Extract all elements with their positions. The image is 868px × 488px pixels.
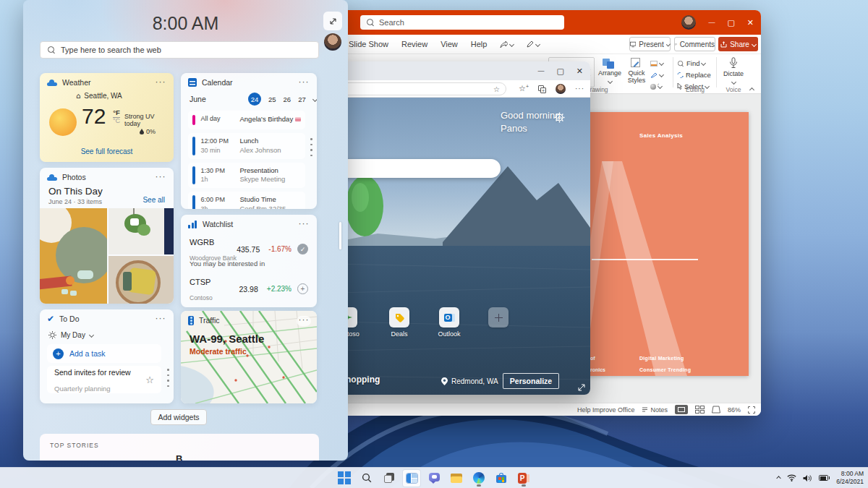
drawing-dialog-launcher[interactable]: ⌟ — [657, 80, 659, 86]
maximize-button[interactable]: ▢ — [556, 67, 563, 76]
show-hidden-icons-chevron[interactable] — [776, 476, 780, 480]
widget-menu-button[interactable]: ··· — [297, 316, 311, 326]
favorites-star-icon[interactable]: ☆ — [493, 85, 500, 93]
wifi-icon[interactable] — [787, 474, 796, 481]
widgets-search-bar[interactable]: Type here to search the web — [40, 41, 319, 59]
user-avatar[interactable] — [324, 33, 341, 51]
powerpoint-search-box[interactable]: Search — [360, 15, 564, 30]
minimize-button[interactable]: — — [708, 19, 715, 26]
battery-icon[interactable] — [819, 475, 830, 481]
minimize-button[interactable]: — — [537, 67, 544, 74]
normal-view-button[interactable] — [675, 405, 688, 414]
calendar-event[interactable]: 12:00 PM30 min LunchAlex Johnson — [188, 133, 305, 159]
expand-widgets-button[interactable] — [323, 12, 342, 30]
notes-button[interactable]: Notes — [642, 406, 668, 414]
add-to-watchlist-icon[interactable]: + — [297, 283, 308, 294]
page-settings-gear-icon[interactable] — [554, 112, 565, 123]
tab-view[interactable]: View — [441, 40, 458, 48]
dictate-button[interactable]: Dictate — [719, 57, 748, 85]
taskbar-chat-button[interactable] — [425, 469, 443, 487]
calendar-event[interactable]: 6:00 PM3h Studio TimeConf Rm 32/35 — [188, 192, 305, 209]
share-feedback-icon[interactable] — [500, 40, 514, 48]
add-widgets-button[interactable]: Add widgets — [150, 409, 207, 425]
unit-toggle[interactable]: °F °C — [113, 109, 120, 125]
photos-widget[interactable]: Photos ··· On This Day June 24 · 33 item… — [40, 168, 174, 304]
zoom-level[interactable]: 86% — [728, 406, 741, 414]
help-improve-office-link[interactable]: Help Improve Office — [577, 406, 634, 414]
collections-icon[interactable]: + — [538, 85, 546, 93]
tab-review[interactable]: Review — [401, 40, 427, 48]
shortcut-tile-deals[interactable] — [389, 307, 409, 328]
tab-slide-show[interactable]: Slide Show — [349, 40, 388, 48]
weather-widget[interactable]: Weather ··· ⌂ Seattle, WA 72 °F °C Stron… — [40, 73, 174, 162]
stock-row[interactable]: CTSPContoso 23.98 +2.23% + — [190, 274, 308, 304]
photo-thumbnail[interactable] — [109, 256, 174, 304]
widget-menu-button[interactable]: ··· — [297, 220, 311, 230]
widget-menu-button[interactable]: ··· — [297, 78, 311, 88]
arrange-button[interactable]: Arrange — [597, 58, 623, 85]
taskbar-task-view-button[interactable] — [380, 469, 399, 487]
resize-handle-icon[interactable] — [578, 384, 585, 391]
weather-location[interactable]: Redmond, WA — [441, 377, 498, 385]
photo-thumbnail[interactable] — [109, 208, 174, 254]
widget-menu-button[interactable]: ··· — [153, 78, 168, 88]
add-task-button[interactable]: + Add a task — [47, 344, 161, 363]
replace-button[interactable]: Replace — [677, 70, 713, 80]
calendar-event[interactable]: All day Angela's Birthday — [188, 111, 305, 129]
quick-styles-button[interactable]: Quick Styles — [624, 58, 649, 85]
list-selector[interactable]: My Day — [48, 331, 93, 339]
date-option[interactable]: 27 — [298, 95, 306, 103]
comments-button[interactable]: Comments — [674, 37, 715, 51]
share-button[interactable]: Share — [718, 37, 758, 51]
calendar-widget[interactable]: Calendar ··· June 24 25 26 27 All day An… — [181, 73, 317, 209]
scroll-indicator[interactable] — [310, 138, 312, 156]
fit-slide-icon[interactable] — [748, 406, 755, 414]
tab-help[interactable]: Help — [471, 40, 488, 48]
account-avatar[interactable] — [681, 15, 696, 30]
added-check-icon[interactable]: ✓ — [297, 244, 308, 254]
date-option[interactable]: 26 — [284, 95, 292, 103]
panel-scrollbar[interactable] — [339, 222, 341, 249]
slideshow-view-button[interactable] — [712, 406, 720, 414]
present-button[interactable]: Present — [629, 37, 671, 51]
add-shortcut-tile[interactable] — [488, 307, 509, 328]
web-search-bar[interactable] — [334, 159, 501, 178]
close-button[interactable]: ✕ — [576, 67, 583, 76]
close-button[interactable]: ✕ — [747, 18, 754, 27]
maximize-button[interactable]: ▢ — [727, 18, 734, 27]
settings-menu-icon[interactable]: ··· — [575, 85, 584, 93]
watchlist-widget[interactable]: Watchlist ··· WGRBWoodgrove Bank 435.75 … — [181, 215, 317, 307]
task-row[interactable]: Send invites for reviewQuarterly plannin… — [47, 366, 161, 393]
widget-menu-button[interactable]: ··· — [153, 314, 168, 325]
shape-outline-button[interactable] — [650, 70, 669, 80]
calendar-event[interactable]: 1:30 PM1h PresentationSkype Meeting — [188, 163, 305, 189]
celsius-label[interactable]: °C — [113, 118, 120, 125]
find-button[interactable]: Find — [677, 59, 713, 68]
slide[interactable]: Sales Analysis of ronics Digital Marketi… — [564, 112, 749, 376]
taskbar-search-button[interactable] — [357, 469, 376, 487]
collapse-ribbon-icon[interactable] — [749, 87, 754, 93]
see-all-link[interactable]: See all — [142, 196, 165, 204]
date-selected[interactable]: 24 — [248, 93, 261, 106]
shape-effects-button[interactable] — [650, 82, 669, 91]
slide-sorter-view-button[interactable] — [695, 406, 705, 414]
todo-widget[interactable]: ✔ To Do ··· My Day + Add a task Send inv… — [40, 309, 174, 403]
taskbar-clock[interactable]: 8:00 AM 6/24/2021 — [836, 470, 864, 486]
taskbar-edge-button[interactable] — [469, 469, 488, 487]
volume-icon[interactable] — [803, 474, 812, 482]
top-stories-section[interactable]: TOP STORIES B — [40, 434, 319, 461]
taskbar-start-button[interactable] — [335, 469, 354, 487]
taskbar-widgets-button[interactable] — [402, 469, 421, 487]
date-option[interactable]: 25 — [268, 95, 276, 103]
photo-thumbnail[interactable] — [40, 208, 107, 304]
scroll-indicator[interactable] — [167, 369, 169, 387]
taskbar-file-explorer-button[interactable] — [447, 469, 466, 487]
expand-dates-icon[interactable] — [312, 96, 317, 101]
traffic-widget[interactable]: Traffic ··· WA-99, Seattle Moderate traf… — [181, 311, 317, 403]
shortcut-tile-outlook[interactable]: O — [439, 307, 459, 328]
personalize-button[interactable]: Personalize — [503, 373, 559, 389]
add-favorite-icon[interactable]: ☆+ — [519, 84, 529, 93]
favorite-task-star-icon[interactable]: ☆ — [145, 374, 154, 385]
see-full-forecast-link[interactable]: See full forecast — [40, 147, 174, 155]
widget-menu-button[interactable]: ··· — [153, 173, 168, 183]
